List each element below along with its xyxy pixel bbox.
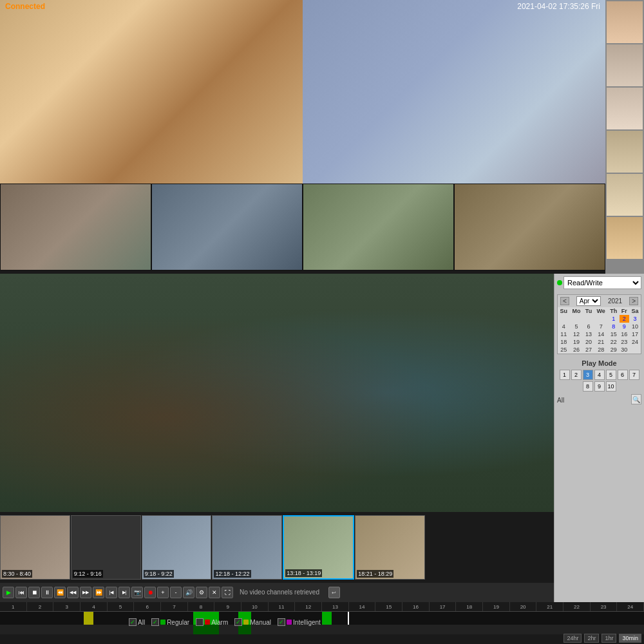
zoom-24hr[interactable]: 24hr	[564, 634, 582, 643]
close-button[interactable]: ✕	[209, 587, 220, 598]
record-button[interactable]: ⏺	[144, 587, 156, 598]
pm-btn-6[interactable]: 6	[618, 370, 628, 380]
cal-day-27[interactable]: 27	[583, 346, 594, 354]
prev-frame-button[interactable]: ⏮	[15, 587, 27, 598]
stop-button[interactable]: ⏹	[28, 587, 40, 598]
camera-3[interactable]	[0, 184, 151, 270]
settings-button[interactable]: ⚙	[196, 587, 207, 598]
timeline-track[interactable]	[0, 612, 644, 625]
cal-day-25[interactable]: 25	[558, 346, 570, 354]
pm-btn-4[interactable]: 4	[594, 370, 605, 380]
slow-rev-button[interactable]: ◀◀	[67, 587, 79, 598]
camera-5[interactable]	[303, 184, 454, 270]
tl-seg-manual	[84, 612, 93, 625]
cal-day-18[interactable]: 18	[558, 338, 570, 346]
zoom-2hr[interactable]: 2hr	[584, 634, 599, 643]
play-mode-search[interactable]: 🔍	[631, 394, 641, 404]
calendar-month-select[interactable]: Apr	[576, 296, 601, 306]
cal-day-13[interactable]: 13	[583, 330, 594, 338]
pm-btn-7[interactable]: 7	[629, 370, 639, 380]
cal-day-7[interactable]: 7	[594, 323, 608, 330]
face-thumb-1[interactable]	[607, 1, 643, 43]
legend-manual-check[interactable]	[234, 618, 242, 626]
pm-btn-1[interactable]: 1	[560, 370, 570, 380]
face-thumb-2[interactable]	[607, 44, 643, 86]
cal-day-22[interactable]: 22	[608, 338, 620, 346]
play-mode-numbers: 12345678910	[557, 370, 641, 392]
zoom-30min[interactable]: 30min	[619, 634, 641, 643]
pause-button[interactable]: ⏸	[41, 587, 53, 598]
camera-6[interactable]	[454, 184, 605, 270]
cal-day-12[interactable]: 12	[570, 330, 583, 338]
pm-btn-8[interactable]: 8	[583, 381, 593, 392]
cal-day-26[interactable]: 26	[570, 346, 583, 354]
read-write-dropdown[interactable]: Read/Write	[564, 276, 641, 289]
cal-day-24[interactable]: 24	[629, 338, 641, 346]
fast-fwd-button[interactable]: ⏩	[93, 587, 104, 598]
thumb-1[interactable]: 8:30 - 8:40	[0, 515, 70, 580]
cal-day-15[interactable]: 15	[608, 330, 620, 338]
calendar-prev[interactable]: <	[560, 297, 569, 305]
play-mode-all[interactable]: All	[557, 397, 564, 404]
legend-regular-dot	[160, 620, 166, 625]
cal-day-sa: Sa	[629, 307, 641, 315]
return-button[interactable]: ↩	[328, 587, 340, 598]
cal-day-3[interactable]: 3	[629, 315, 641, 323]
cal-day-4[interactable]: 4	[558, 323, 570, 330]
cal-day-14[interactable]: 14	[594, 330, 608, 338]
fullscreen-button[interactable]: ⛶	[222, 587, 233, 598]
cal-day-10[interactable]: 10	[629, 323, 641, 330]
cal-day-16[interactable]: 16	[620, 330, 629, 338]
legend-manual: Manual	[234, 618, 271, 626]
cal-day-9[interactable]: 9	[620, 323, 629, 330]
rewind-button[interactable]: ⏪	[54, 587, 66, 598]
thumb-5[interactable]: 13:18 - 13:19	[283, 515, 354, 580]
face-thumb-6[interactable]	[607, 217, 643, 259]
cal-day-28[interactable]: 28	[594, 346, 608, 354]
pm-btn-10[interactable]: 10	[606, 381, 616, 392]
thumb-4[interactable]: 12:18 - 12:22	[212, 515, 282, 580]
cal-day-30[interactable]: 30	[620, 346, 629, 354]
playback-area[interactable]	[0, 274, 554, 512]
play-button[interactable]: ▶	[3, 587, 14, 598]
camera-2[interactable]	[303, 0, 605, 184]
zoom-1hr[interactable]: 1hr	[601, 634, 616, 643]
cal-day-1[interactable]: 1	[608, 315, 620, 323]
thumb-3[interactable]: 9:18 - 9:22	[142, 515, 212, 580]
cal-day-2[interactable]: 2	[620, 315, 629, 323]
cal-day-8[interactable]: 8	[608, 323, 620, 330]
pm-btn-9[interactable]: 9	[594, 381, 605, 392]
pm-btn-5[interactable]: 5	[606, 370, 616, 380]
face-thumb-5[interactable]	[607, 174, 643, 216]
zoom-out-button[interactable]: -	[170, 587, 182, 598]
capture-button[interactable]: 📷	[131, 587, 143, 598]
cal-day-17[interactable]: 17	[629, 330, 641, 338]
cal-day-20[interactable]: 20	[583, 338, 594, 346]
face-thumb-4[interactable]	[607, 131, 643, 173]
cal-day-5[interactable]: 5	[570, 323, 583, 330]
legend-all-check[interactable]	[129, 618, 137, 626]
calendar-next[interactable]: >	[629, 297, 638, 305]
audio-button[interactable]: 🔊	[183, 587, 194, 598]
cal-day-21[interactable]: 21	[594, 338, 608, 346]
cal-day-19[interactable]: 19	[570, 338, 583, 346]
prev-seg-button[interactable]: |◀	[106, 587, 117, 598]
pm-btn-3[interactable]: 3	[583, 370, 593, 380]
thumb-2[interactable]: 9:12 - 9:16	[71, 515, 141, 580]
face-thumb-3[interactable]	[607, 88, 643, 129]
legend-intelligent-check[interactable]	[278, 618, 285, 626]
cal-day-23[interactable]: 23	[620, 338, 629, 346]
cal-day-29[interactable]: 29	[608, 346, 620, 354]
next-seg-button[interactable]: ▶|	[118, 587, 130, 598]
thumb-6[interactable]: 18:21 - 18:29	[355, 515, 425, 580]
legend-regular-check[interactable]	[151, 618, 159, 626]
zoom-in-button[interactable]: +	[157, 587, 169, 598]
slow-fwd-button[interactable]: ▶▶	[80, 587, 91, 598]
camera-1[interactable]	[0, 0, 303, 184]
cal-day-6[interactable]: 6	[583, 323, 594, 330]
camera-4[interactable]	[151, 184, 303, 270]
cal-day-11[interactable]: 11	[558, 330, 570, 338]
pm-btn-2[interactable]: 2	[571, 370, 582, 380]
timeline[interactable]: 123456789101112131415161718192021222324 …	[0, 602, 644, 644]
legend-alarm-check[interactable]	[196, 618, 204, 626]
